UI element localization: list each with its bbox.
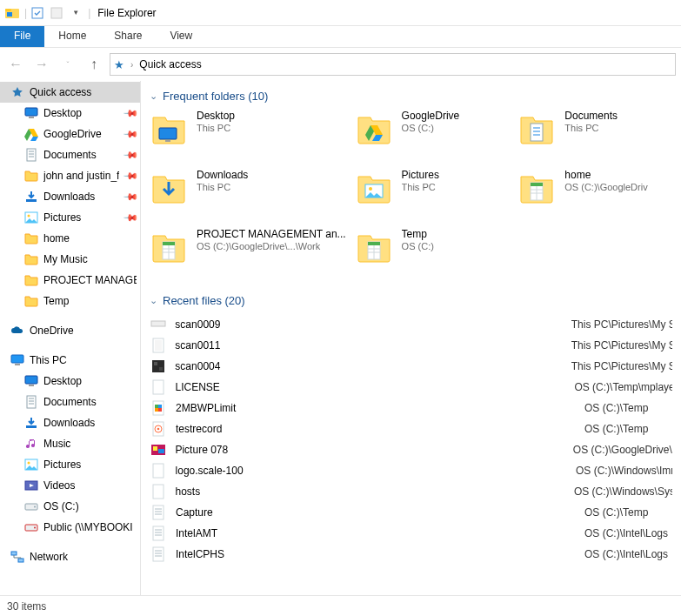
section-title: Recent files (20) xyxy=(163,294,245,307)
pin-icon: 📌 xyxy=(122,167,138,184)
nav-back-button[interactable]: ← xyxy=(5,54,26,75)
content-pane[interactable]: ⌄ Frequent folders (10) Desktop This PC … xyxy=(141,81,681,595)
file-location: This PC\Pictures\My S xyxy=(571,360,672,372)
folder-tile[interactable]: Pictures This PC 📌 xyxy=(355,169,510,216)
svg-point-13 xyxy=(28,215,30,218)
folder-tile[interactable]: Temp OS (C:) xyxy=(355,228,510,275)
section-header-recent[interactable]: ⌄ Recent files (20) xyxy=(150,289,672,314)
svg-rect-4 xyxy=(51,8,62,18)
file-name: LICENSE xyxy=(176,381,566,393)
recent-file-row[interactable]: IntelCPHS OS (C:)\Intel\Logs xyxy=(150,544,672,565)
file-icon xyxy=(150,462,167,479)
folder-tile[interactable]: Documents This PC 📌 xyxy=(517,110,672,157)
svg-rect-32 xyxy=(159,128,177,139)
sidebar-item[interactable]: Pictures xyxy=(0,454,140,475)
svg-rect-17 xyxy=(29,385,34,386)
section-title: Frequent folders (10) xyxy=(163,90,268,103)
file-location: This PC\Pictures\My S xyxy=(571,318,672,331)
folder-tile[interactable]: Desktop This PC 📌 xyxy=(150,110,346,157)
sheet-folder-icon xyxy=(517,169,556,207)
music-icon xyxy=(24,437,38,451)
recent-file-row[interactable]: Picture 078 OS (C:)\GoogleDrive\I xyxy=(150,439,672,460)
folder-tile[interactable]: home OS (C:)\GoogleDriv xyxy=(517,169,672,216)
svg-rect-11 xyxy=(26,199,37,202)
downloads-icon xyxy=(24,190,38,204)
sidebar-item[interactable]: Downloads xyxy=(0,412,140,433)
sidebar-item[interactable]: Desktop📌 xyxy=(0,103,140,124)
section-header-frequent[interactable]: ⌄ Frequent folders (10) xyxy=(150,84,672,110)
svg-rect-61 xyxy=(153,380,164,394)
recent-file-row[interactable]: 2MBWPLimit OS (C:)\Temp xyxy=(150,398,672,418)
recent-file-row[interactable]: testrecord OS (C:)\Temp xyxy=(150,418,672,439)
recent-file-row[interactable]: LICENSE OS (C:)\Temp\mplaye xyxy=(150,377,672,398)
file-location: OS (C:)\Temp xyxy=(584,506,648,519)
tab-view[interactable]: View xyxy=(156,26,206,47)
recent-file-row[interactable]: IntelAMT OS (C:)\Intel\Logs xyxy=(150,523,672,544)
sidebar-onedrive[interactable]: OneDrive xyxy=(0,320,140,341)
sidebar-item[interactable]: Music xyxy=(0,433,140,454)
recent-file-row[interactable]: Capture OS (C:)\Temp xyxy=(150,502,672,523)
folder-tile[interactable]: PROJECT MANAGEMENT an... OS (C:)\GoogleD… xyxy=(150,228,346,275)
address-bar[interactable]: ★ › Quick access xyxy=(110,53,676,76)
folder-tile[interactable]: GoogleDrive OS (C:) 📌 xyxy=(355,110,510,157)
breadcrumb-chevron-icon[interactable]: › xyxy=(128,60,136,70)
file-icon xyxy=(150,337,166,354)
qat-customize-icon[interactable]: ▼ xyxy=(67,4,84,22)
sidebar-item[interactable]: Videos xyxy=(0,475,140,496)
recent-file-row[interactable]: scan0004 This PC\Pictures\My S xyxy=(150,356,672,377)
svg-rect-34 xyxy=(531,124,543,141)
sidebar-item-label: Desktop xyxy=(43,107,82,119)
sidebar-item[interactable]: OS (C:) xyxy=(0,496,140,517)
tab-file[interactable]: File xyxy=(0,26,44,47)
nav-up-button[interactable]: ↑ xyxy=(83,54,104,75)
main-pane: Quick access Desktop📌GoogleDrive📌Documen… xyxy=(0,81,681,595)
navigation-pane[interactable]: Quick access Desktop📌GoogleDrive📌Documen… xyxy=(0,81,141,595)
breadcrumb-location[interactable]: Quick access xyxy=(139,58,201,70)
sidebar-item[interactable]: Documents📌 xyxy=(0,144,140,165)
sidebar-item[interactable]: Downloads📌 xyxy=(0,186,140,207)
sidebar-item[interactable]: PROJECT MANAGEI xyxy=(0,270,140,291)
pin-icon: 📌 xyxy=(122,209,138,225)
svg-rect-60 xyxy=(159,367,163,371)
sidebar-item[interactable]: GoogleDrive📌 xyxy=(0,124,140,144)
recent-file-row[interactable]: scan0011 This PC\Pictures\My S xyxy=(150,335,672,356)
window-titlebar: | ▼ | File Explorer xyxy=(0,0,681,26)
chevron-down-icon: ⌄ xyxy=(150,295,157,306)
sidebar-item[interactable]: Temp xyxy=(0,291,140,311)
chevron-down-icon: ⌄ xyxy=(150,90,157,102)
qat-dropdown-icon[interactable] xyxy=(48,4,65,22)
folder-tile[interactable]: Downloads This PC 📌 xyxy=(150,169,346,216)
qat-save-icon[interactable] xyxy=(29,4,46,22)
folder-icon xyxy=(24,252,38,266)
file-location: OS (C:)\Windows\Sys xyxy=(574,485,672,498)
svg-rect-1 xyxy=(5,9,11,11)
file-location: OS (C:)\Intel\Logs xyxy=(584,548,668,560)
folder-name: PROJECT MANAGEMENT an... xyxy=(197,228,346,240)
tab-share[interactable]: Share xyxy=(100,26,156,47)
nav-recent-dropdown[interactable]: ˇ xyxy=(57,54,78,75)
folder-name: Downloads xyxy=(197,169,346,181)
svg-point-69 xyxy=(157,428,160,431)
svg-rect-22 xyxy=(26,425,37,428)
tab-home[interactable]: Home xyxy=(44,26,100,47)
sidebar-item[interactable]: john and justin_f📌 xyxy=(0,165,140,186)
sidebar-item[interactable]: Desktop xyxy=(0,371,140,392)
sidebar-item[interactable]: My Music xyxy=(0,249,140,270)
sidebar-item[interactable]: Pictures📌 xyxy=(0,207,140,228)
pin-icon: 📌 xyxy=(122,188,138,204)
sheet-folder-icon xyxy=(355,228,393,266)
file-name: IntelAMT xyxy=(176,527,576,539)
nav-forward-button[interactable]: → xyxy=(31,54,52,75)
sidebar-this-pc[interactable]: This PC xyxy=(0,350,140,371)
sidebar-network[interactable]: Network xyxy=(0,546,140,567)
sidebar-item[interactable]: Public (\\MYBOOKI xyxy=(0,517,140,538)
sidebar-quick-access[interactable]: Quick access xyxy=(0,82,140,103)
status-item-count: 30 items xyxy=(7,600,46,613)
recent-file-row[interactable]: logo.scale-100 OS (C:)\Windows\Imr xyxy=(150,460,672,481)
sidebar-item[interactable]: home xyxy=(0,228,140,249)
frequent-folders-grid: Desktop This PC 📌 GoogleDrive OS (C:) 📌 … xyxy=(150,110,672,275)
sidebar-item[interactable]: Documents xyxy=(0,392,140,412)
recent-file-row[interactable]: hosts OS (C:)\Windows\Sys xyxy=(150,481,672,502)
sidebar-item-label: home xyxy=(43,232,70,244)
recent-file-row[interactable]: scan0009 This PC\Pictures\My S xyxy=(150,314,672,335)
